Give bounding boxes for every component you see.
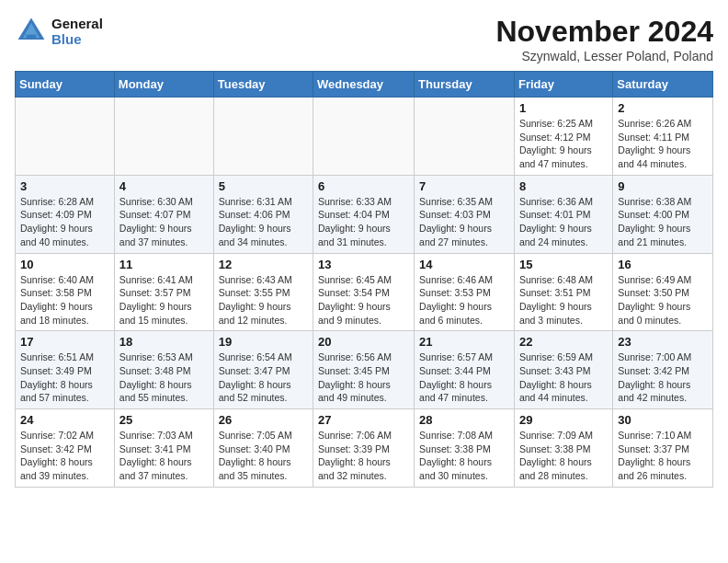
day-number: 6 bbox=[318, 179, 409, 193]
day-info: Sunrise: 6:41 AMSunset: 3:57 PMDaylight:… bbox=[119, 273, 209, 327]
day-info: Sunrise: 7:02 AMSunset: 3:42 PMDaylight:… bbox=[20, 429, 109, 483]
table-row: 12Sunrise: 6:43 AMSunset: 3:55 PMDayligh… bbox=[213, 253, 313, 331]
day-number: 22 bbox=[519, 335, 608, 349]
day-number: 14 bbox=[419, 258, 509, 271]
day-number: 9 bbox=[618, 179, 708, 193]
table-row bbox=[213, 98, 313, 176]
day-info: Sunrise: 7:05 AMSunset: 3:40 PMDaylight:… bbox=[219, 429, 308, 483]
logo: General Blue bbox=[15, 15, 103, 48]
table-row: 16Sunrise: 6:49 AMSunset: 3:50 PMDayligh… bbox=[613, 253, 713, 331]
header-sunday: Sunday bbox=[16, 72, 115, 98]
day-info: Sunrise: 6:49 AMSunset: 3:50 PMDaylight:… bbox=[618, 273, 708, 327]
header-wednesday: Wednesday bbox=[313, 72, 415, 98]
day-info: Sunrise: 7:08 AMSunset: 3:38 PMDaylight:… bbox=[419, 429, 509, 483]
day-number: 27 bbox=[318, 413, 409, 427]
day-info: Sunrise: 6:28 AMSunset: 4:09 PMDaylight:… bbox=[20, 195, 109, 249]
table-row bbox=[313, 98, 415, 176]
table-row bbox=[16, 98, 115, 176]
table-row: 18Sunrise: 6:53 AMSunset: 3:48 PMDayligh… bbox=[114, 331, 213, 409]
day-number: 3 bbox=[20, 179, 109, 193]
logo-text: General Blue bbox=[51, 16, 103, 47]
table-row: 17Sunrise: 6:51 AMSunset: 3:49 PMDayligh… bbox=[16, 331, 115, 409]
day-info: Sunrise: 7:06 AMSunset: 3:39 PMDaylight:… bbox=[318, 429, 409, 483]
day-number: 4 bbox=[119, 179, 209, 193]
subtitle: Szynwald, Lesser Poland, Poland bbox=[495, 49, 713, 63]
day-number: 12 bbox=[219, 258, 308, 271]
day-number: 23 bbox=[618, 335, 708, 349]
day-info: Sunrise: 6:31 AMSunset: 4:06 PMDaylight:… bbox=[219, 195, 308, 249]
day-info: Sunrise: 6:35 AMSunset: 4:03 PMDaylight:… bbox=[419, 195, 509, 249]
day-number: 15 bbox=[519, 258, 608, 271]
page-header: General Blue November 2024 Szynwald, Les… bbox=[15, 15, 713, 63]
calendar: Sunday Monday Tuesday Wednesday Thursday… bbox=[15, 71, 713, 488]
day-info: Sunrise: 6:53 AMSunset: 3:48 PMDaylight:… bbox=[119, 350, 209, 405]
day-number: 18 bbox=[119, 335, 209, 349]
day-info: Sunrise: 6:38 AMSunset: 4:00 PMDaylight:… bbox=[618, 195, 708, 249]
header-saturday: Saturday bbox=[613, 72, 713, 98]
day-info: Sunrise: 6:57 AMSunset: 3:44 PMDaylight:… bbox=[419, 350, 509, 405]
table-row: 11Sunrise: 6:41 AMSunset: 3:57 PMDayligh… bbox=[114, 253, 213, 331]
day-number: 11 bbox=[119, 258, 209, 271]
day-info: Sunrise: 6:56 AMSunset: 3:45 PMDaylight:… bbox=[318, 350, 409, 405]
table-row: 20Sunrise: 6:56 AMSunset: 3:45 PMDayligh… bbox=[313, 331, 415, 409]
day-info: Sunrise: 6:46 AMSunset: 3:53 PMDaylight:… bbox=[419, 273, 509, 327]
table-row: 6Sunrise: 6:33 AMSunset: 4:04 PMDaylight… bbox=[313, 175, 415, 253]
day-info: Sunrise: 6:33 AMSunset: 4:04 PMDaylight:… bbox=[318, 195, 409, 249]
table-row: 2Sunrise: 6:26 AMSunset: 4:11 PMDaylight… bbox=[613, 98, 713, 176]
table-row: 23Sunrise: 7:00 AMSunset: 3:42 PMDayligh… bbox=[613, 331, 713, 409]
table-row: 21Sunrise: 6:57 AMSunset: 3:44 PMDayligh… bbox=[415, 331, 515, 409]
month-title: November 2024 bbox=[495, 15, 713, 49]
day-number: 24 bbox=[20, 413, 109, 427]
table-row: 1Sunrise: 6:25 AMSunset: 4:12 PMDaylight… bbox=[514, 98, 612, 176]
day-number: 5 bbox=[219, 179, 308, 193]
table-row bbox=[415, 98, 515, 176]
day-info: Sunrise: 6:59 AMSunset: 3:43 PMDaylight:… bbox=[519, 350, 608, 405]
day-number: 29 bbox=[519, 413, 608, 427]
table-row: 25Sunrise: 7:03 AMSunset: 3:41 PMDayligh… bbox=[114, 409, 213, 488]
table-row: 4Sunrise: 6:30 AMSunset: 4:07 PMDaylight… bbox=[114, 175, 213, 253]
day-info: Sunrise: 6:26 AMSunset: 4:11 PMDaylight:… bbox=[618, 117, 708, 171]
day-number: 21 bbox=[419, 335, 509, 349]
day-info: Sunrise: 6:36 AMSunset: 4:01 PMDaylight:… bbox=[519, 195, 608, 249]
day-info: Sunrise: 6:25 AMSunset: 4:12 PMDaylight:… bbox=[519, 117, 608, 171]
table-row: 19Sunrise: 6:54 AMSunset: 3:47 PMDayligh… bbox=[213, 331, 313, 409]
day-number: 13 bbox=[318, 258, 409, 271]
table-row: 8Sunrise: 6:36 AMSunset: 4:01 PMDaylight… bbox=[514, 175, 612, 253]
day-number: 16 bbox=[618, 258, 708, 271]
header-friday: Friday bbox=[514, 72, 612, 98]
header-thursday: Thursday bbox=[415, 72, 515, 98]
calendar-week-row: 3Sunrise: 6:28 AMSunset: 4:09 PMDaylight… bbox=[16, 175, 713, 253]
logo-icon bbox=[15, 15, 48, 48]
day-number: 28 bbox=[419, 413, 509, 427]
day-number: 8 bbox=[519, 179, 608, 193]
day-info: Sunrise: 6:40 AMSunset: 3:58 PMDaylight:… bbox=[20, 273, 109, 327]
day-number: 2 bbox=[618, 101, 708, 115]
day-info: Sunrise: 6:43 AMSunset: 3:55 PMDaylight:… bbox=[219, 273, 308, 327]
day-number: 10 bbox=[20, 258, 109, 271]
day-number: 19 bbox=[219, 335, 308, 349]
table-row: 27Sunrise: 7:06 AMSunset: 3:39 PMDayligh… bbox=[313, 409, 415, 488]
table-row: 22Sunrise: 6:59 AMSunset: 3:43 PMDayligh… bbox=[514, 331, 612, 409]
day-info: Sunrise: 6:30 AMSunset: 4:07 PMDaylight:… bbox=[119, 195, 209, 249]
day-info: Sunrise: 6:48 AMSunset: 3:51 PMDaylight:… bbox=[519, 273, 608, 327]
day-info: Sunrise: 6:51 AMSunset: 3:49 PMDaylight:… bbox=[20, 350, 109, 405]
table-row: 15Sunrise: 6:48 AMSunset: 3:51 PMDayligh… bbox=[514, 253, 612, 331]
day-info: Sunrise: 6:54 AMSunset: 3:47 PMDaylight:… bbox=[219, 350, 308, 405]
table-row bbox=[114, 98, 213, 176]
calendar-header-row: Sunday Monday Tuesday Wednesday Thursday… bbox=[16, 72, 713, 98]
calendar-week-row: 1Sunrise: 6:25 AMSunset: 4:12 PMDaylight… bbox=[16, 98, 713, 176]
day-number: 26 bbox=[219, 413, 308, 427]
table-row: 7Sunrise: 6:35 AMSunset: 4:03 PMDaylight… bbox=[415, 175, 515, 253]
day-number: 25 bbox=[119, 413, 209, 427]
table-row: 24Sunrise: 7:02 AMSunset: 3:42 PMDayligh… bbox=[16, 409, 115, 488]
day-number: 1 bbox=[519, 101, 608, 115]
day-info: Sunrise: 7:09 AMSunset: 3:38 PMDaylight:… bbox=[519, 429, 608, 483]
table-row: 10Sunrise: 6:40 AMSunset: 3:58 PMDayligh… bbox=[16, 253, 115, 331]
svg-rect-2 bbox=[27, 35, 37, 40]
day-info: Sunrise: 7:03 AMSunset: 3:41 PMDaylight:… bbox=[119, 429, 209, 483]
day-number: 17 bbox=[20, 335, 109, 349]
table-row: 14Sunrise: 6:46 AMSunset: 3:53 PMDayligh… bbox=[415, 253, 515, 331]
table-row: 9Sunrise: 6:38 AMSunset: 4:00 PMDaylight… bbox=[613, 175, 713, 253]
title-block: November 2024 Szynwald, Lesser Poland, P… bbox=[495, 15, 713, 63]
calendar-week-row: 10Sunrise: 6:40 AMSunset: 3:58 PMDayligh… bbox=[16, 253, 713, 331]
